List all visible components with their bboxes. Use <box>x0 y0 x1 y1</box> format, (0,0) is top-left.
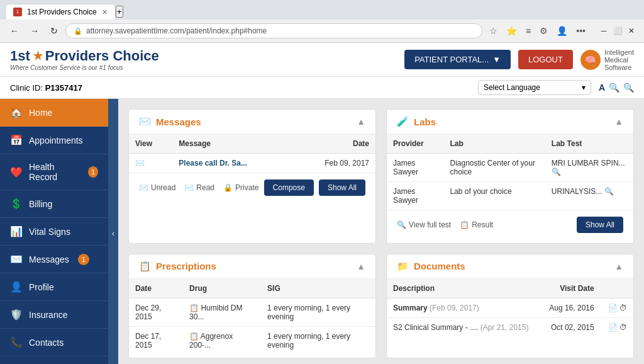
patient-portal-button[interactable]: PATIENT PORTAL... ▼ <box>404 50 511 69</box>
browser-chrome: 1 1st Providers Choice ✕ + ← → ↻ 🔒 attor… <box>0 0 644 43</box>
documents-card: 📁 Documents ▲ Description Visit Date <box>386 254 634 359</box>
sidebar-label-home: Home <box>29 108 52 118</box>
sidebar-item-vital-signs[interactable]: 📊 Vital Signs <box>0 218 108 246</box>
window-controls: ─ ⬜ ✕ <box>597 25 638 37</box>
address-bar[interactable]: 🔒 attorney.savepatienttime.com/patient/i… <box>65 23 482 38</box>
messages-show-all-button[interactable]: Show All <box>319 179 365 196</box>
rx-drug-1: 📋 Humibid DM 30... <box>183 298 261 326</box>
sidebar-item-messages[interactable]: ✉️ Messages 1 <box>0 246 108 273</box>
clinic-id-label: Clinic ID: <box>10 83 43 93</box>
content-area: ✉️ Messages ▲ View Message Date <box>118 99 644 364</box>
messages-card-footer: ✉️ Unread ✉️ Read 🔒 Private Compose Show… <box>129 173 375 202</box>
message-text[interactable]: Please call Dr. Sa... <box>172 154 291 173</box>
sidebar-item-profile[interactable]: 👤 Profile <box>0 273 108 301</box>
bookmark-icon[interactable]: ☆ <box>486 24 501 38</box>
search-icon-2[interactable]: 🔍 <box>623 82 634 93</box>
sidebar-label-profile: Profile <box>29 282 54 292</box>
labs-col-lab: Lab <box>444 134 545 154</box>
sidebar-item-health-record[interactable]: ❤️ Health Record 1 <box>0 154 108 190</box>
tab-favicon: 1 <box>13 8 22 16</box>
messages-title-text: Messages <box>156 117 201 127</box>
clinic-bar: Clinic ID: P1357417 Select Language ▾ A … <box>0 77 644 99</box>
prescriptions-collapse-button[interactable]: ▲ <box>357 261 365 271</box>
language-chevron-icon: ▾ <box>582 83 586 92</box>
browser-actions: ☆ ⭐ ≡ ⚙ 👤 ••• <box>486 24 589 38</box>
labs-card-footer: 🔍 View full test 📋 Result Show All <box>387 210 633 239</box>
documents-title-text: Documents <box>414 261 465 271</box>
search-icon-1[interactable]: 🔍 <box>609 82 619 93</box>
accessibility-icons: A 🔍 🔍 <box>599 82 634 93</box>
sidebar-item-appointments[interactable]: 📅 Appointments <box>0 127 108 154</box>
patient-portal-label: PATIENT PORTAL... <box>414 55 489 64</box>
private-filter[interactable]: 🔒 Private <box>223 183 258 192</box>
minimize-button[interactable]: ─ <box>597 25 610 37</box>
back-button[interactable]: ← <box>6 24 23 38</box>
messages-collapse-button[interactable]: ▲ <box>357 117 365 127</box>
language-selector[interactable]: Select Language ▾ <box>478 80 591 95</box>
table-row: James Sawyer Diagnostic Center of your c… <box>387 154 633 182</box>
labs-footer-links: 🔍 View full test 📋 Result <box>397 220 493 229</box>
close-button[interactable]: ✕ <box>625 25 638 37</box>
unread-filter[interactable]: ✉️ Unread <box>139 183 175 192</box>
lab-search-icon-2[interactable]: 🔍 <box>604 187 614 196</box>
messages-col-message: Message <box>172 134 291 154</box>
settings-icon[interactable]: ⚙ <box>536 24 551 38</box>
read-filter[interactable]: ✉️ Read <box>184 183 214 192</box>
sidebar-item-insurance[interactable]: 🛡️ Insurance <box>0 301 108 329</box>
view-full-test-link[interactable]: 🔍 View full test <box>397 220 451 229</box>
new-tab-button[interactable]: + <box>116 6 123 18</box>
prescriptions-table: Date Drug SIG Dec 29, 2015 📋 Humibid DM … <box>129 279 375 355</box>
prescriptions-card-title: 📋 Prescriptions <box>139 261 216 272</box>
sidebar-toggle[interactable]: ‹ <box>108 99 118 364</box>
profile-icon: 👤 <box>10 281 23 293</box>
doc-col-description: Description <box>387 279 541 299</box>
insurance-icon: 🛡️ <box>10 309 23 321</box>
lock-icon: 🔒 <box>74 27 82 35</box>
logout-button[interactable]: LOGOUT <box>518 50 573 69</box>
sidebar-item-photos[interactable]: 🖼️ Photos <box>0 356 108 364</box>
browser-tab[interactable]: 1 1st Providers Choice ✕ <box>5 4 116 20</box>
menu-icon[interactable]: ≡ <box>523 24 534 38</box>
labs-show-all-button[interactable]: Show All <box>577 217 623 233</box>
message-link[interactable]: Please call Dr. Sa... <box>179 159 247 168</box>
messages-col-view: View <box>129 134 172 154</box>
text-size-icon[interactable]: A <box>599 82 605 93</box>
documents-card-header: 📁 Documents ▲ <box>387 254 633 279</box>
labs-title-icon: 🧪 <box>397 116 409 127</box>
labs-card-header: 🧪 Labs ▲ <box>387 110 633 134</box>
refresh-button[interactable]: ↻ <box>47 24 62 38</box>
documents-table: Description Visit Date Summary (Feb 09, … <box>387 279 633 337</box>
sidebar-label-insurance: Insurance <box>29 310 67 320</box>
sidebar-item-contacts[interactable]: 📞 Contacts <box>0 329 108 356</box>
messages-card-title: ✉️ Messages <box>139 116 201 127</box>
messages-col-date: Date <box>292 134 375 154</box>
more-icon[interactable]: ••• <box>573 24 589 38</box>
maximize-button[interactable]: ⬜ <box>611 25 624 37</box>
lab-test-1: MRI LUMBAR SPIN... 🔍 <box>545 154 633 182</box>
forward-button[interactable]: → <box>26 24 43 38</box>
sidebar-item-billing[interactable]: 💲 Billing <box>0 190 108 218</box>
doc-visit-date-2: Oct 02, 2015 <box>541 317 601 337</box>
result-link[interactable]: 📋 Result <box>460 220 493 229</box>
logo-star-icon: ★ <box>33 49 43 63</box>
tab-close-button[interactable]: ✕ <box>102 8 108 16</box>
browser-nav-bar: ← → ↻ 🔒 attorney.savepatienttime.com/pat… <box>0 20 644 42</box>
lab-provider-2: James Sawyer <box>387 182 444 210</box>
table-row: Dec 17, 2015 📋 Aggrenox 200-... 1 every … <box>129 326 375 355</box>
labs-card-body: Provider Lab Lab Test James Sawyer Diagn… <box>387 134 633 210</box>
labs-collapse-button[interactable]: ▲ <box>614 117 623 127</box>
lab-search-icon-1[interactable]: 🔍 <box>552 168 561 176</box>
documents-collapse-button[interactable]: ▲ <box>614 261 623 271</box>
ims-icon: 🧠 <box>580 50 601 70</box>
lab-test-2: URINALYSIS... 🔍 <box>545 182 633 210</box>
compose-button[interactable]: Compose <box>264 179 314 196</box>
address-text: attorney.savepatienttime.com/patient/ind… <box>86 26 267 35</box>
documents-title-icon: 📁 <box>397 261 409 272</box>
ims-logo: 🧠 Intelligent Medical Software <box>580 48 634 71</box>
star-icon[interactable]: ⭐ <box>503 24 520 38</box>
sidebar-item-home[interactable]: 🏠 Home <box>0 99 108 127</box>
health-record-icon: ❤️ <box>10 166 23 178</box>
messages-card-body: View Message Date ✉️ Please call Dr. Sa.… <box>129 134 375 173</box>
ims-text: Intelligent Medical Software <box>604 48 634 71</box>
profile-icon[interactable]: 👤 <box>553 24 570 38</box>
